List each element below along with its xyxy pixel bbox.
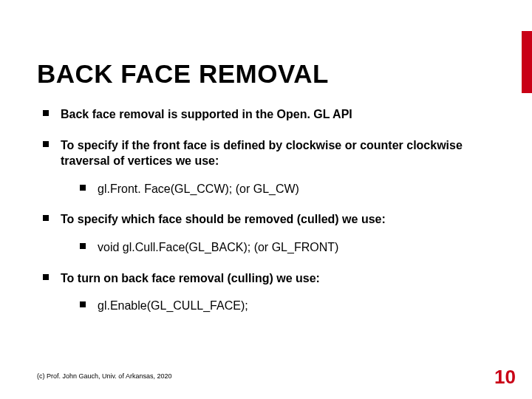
bullet-item: Back face removal is supported in the Op… <box>41 106 495 123</box>
bullet-list: Back face removal is supported in the Op… <box>37 106 495 314</box>
sub-bullet-item: gl.Front. Face(GL_CCW); (or GL_CW) <box>78 181 495 197</box>
slide: BACK FACE REMOVAL Back face removal is s… <box>0 0 532 399</box>
sub-bullet-list: gl.Enable(GL_CULL_FACE); <box>61 298 495 314</box>
bullet-text: Back face removal is supported in the Op… <box>61 108 352 120</box>
sub-bullet-text: void gl.Cull.Face(GL_BACK); (or GL_FRONT… <box>98 241 338 253</box>
sub-bullet-list: void gl.Cull.Face(GL_BACK); (or GL_FRONT… <box>61 239 495 256</box>
sub-bullet-text: gl.Front. Face(GL_CCW); (or GL_CW) <box>98 183 299 195</box>
accent-bar <box>522 31 532 93</box>
bullet-item: To specify which face should be removed … <box>41 211 495 255</box>
bullet-item: To turn on back face removal (culling) w… <box>41 270 495 314</box>
sub-bullet-text: gl.Enable(GL_CULL_FACE); <box>98 299 248 312</box>
bullet-text: To specify which face should be removed … <box>61 213 386 225</box>
bullet-text: To specify if the front face is defined … <box>61 139 463 168</box>
footer-copyright: (c) Prof. John Gauch, Univ. of Arkansas,… <box>37 372 171 380</box>
bullet-text: To turn on back face removal (culling) w… <box>61 272 320 284</box>
slide-title: BACK FACE REMOVAL <box>37 59 495 89</box>
sub-bullet-item: void gl.Cull.Face(GL_BACK); (or GL_FRONT… <box>78 239 495 256</box>
bullet-item: To specify if the front face is defined … <box>41 137 495 197</box>
sub-bullet-item: gl.Enable(GL_CULL_FACE); <box>78 298 495 314</box>
page-number: 10 <box>494 366 516 389</box>
sub-bullet-list: gl.Front. Face(GL_CCW); (or GL_CW) <box>61 181 495 197</box>
